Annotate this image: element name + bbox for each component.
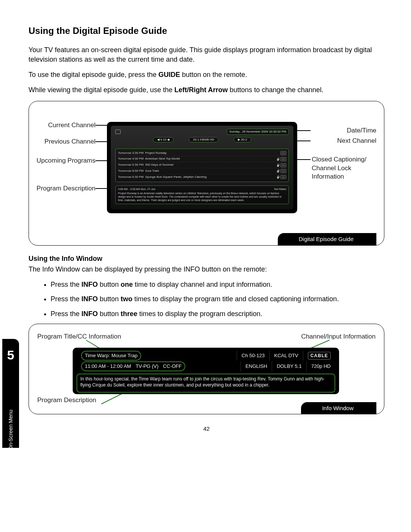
page-number: 42	[29, 425, 384, 433]
info-bullet-list: Press the INFO button one time to displa…	[51, 280, 384, 318]
callout-next-channel: Next Channel	[337, 137, 376, 145]
info-program-title: Time Warp: Mouse Trap	[81, 351, 141, 361]
info-audio: DOLBY 5.1	[272, 361, 307, 371]
guide-current-channel: 20-1 KBWB HD	[189, 137, 218, 143]
callout-title-cc: Program Title/CC Information	[37, 332, 121, 341]
intro-paragraph-3: While viewing the digital episode guide,…	[29, 85, 384, 94]
callout-channel-input: Channel/Input Information	[301, 332, 376, 341]
figure-episode-guide: Current Channel Previous Channel Upcomin…	[29, 101, 384, 246]
list-item: Tomorrow 4:30 PM American Next Top Model…	[118, 156, 286, 162]
callout-date-time: Date/Time	[347, 126, 376, 135]
intro-paragraph-2: To use the digital episode guide, press …	[29, 70, 384, 79]
callout-previous-channel: Previous Channel	[37, 137, 96, 146]
guide-datetime: Sunday , 28 November 2009 10:30:32 PM	[227, 129, 289, 135]
info-time: 11:00 AM - 12:00 AM	[85, 363, 131, 370]
list-item: Tomorrow 5:30 PM 500 Days of Summer CC	[118, 162, 286, 168]
info-intro: The Info Window can be displayed by pres…	[29, 265, 384, 274]
list-item: Press the INFO button two times to displ…	[51, 294, 384, 304]
info-description: In this hour-long special, the Time Warp…	[76, 374, 335, 393]
list-item: Press the INFO button one time to displa…	[51, 280, 384, 289]
guide-prev-channel: ◀ 4-10 ◀	[153, 137, 174, 143]
subheading-info-window: Using the Info Window	[29, 254, 384, 263]
callout-upcoming-programs: Upcoming Programs	[37, 157, 96, 165]
info-cc: CC-OFF	[163, 363, 182, 370]
list-item: Tomorrow 8:00 PM Soul Train CC	[118, 168, 286, 174]
guide-upcoming-list: Tomorrow 3:30 PM Project Runway CC Tomor…	[115, 149, 289, 182]
guide-channel-row: ◀ 4-10 ◀ 20-1 KBWB HD ▶ 20-2	[111, 137, 293, 143]
page-title: Using the Digital Episode Guide	[29, 25, 384, 37]
guide-description-box: 3:00 AM - 3:30 AM Mon. 27-Jun Not Rated …	[115, 185, 289, 204]
list-item: Press the INFO button three times to dis…	[51, 309, 384, 318]
info-resolution: 720p HD	[307, 361, 335, 371]
figure-caption: Info Window	[301, 402, 376, 414]
list-item: Tomorrow 3:30 PM Project Runway CC	[118, 150, 286, 157]
figure-caption: Digital Episode Guide	[278, 233, 376, 245]
info-window-mockup: Time Warp: Mouse Trap Ch 50-123 KCAL DTV…	[73, 348, 339, 394]
lock-icon	[277, 169, 279, 173]
callout-program-description: Program Description	[37, 184, 96, 193]
lock-icon	[277, 164, 279, 167]
info-channel: Ch 50-123	[237, 351, 270, 361]
callout-cc-lock-info: Closed Captioning/ Channel Lock Informat…	[312, 155, 376, 182]
info-language: ENGLISH	[241, 361, 272, 371]
callout-current-channel: Current Channel	[37, 121, 96, 130]
tv-icon	[115, 129, 121, 134]
guide-next-channel: ▶ 20-2	[234, 137, 251, 143]
callout-program-description-2: Program Description	[37, 396, 96, 405]
info-rating: TV-PG (V)	[135, 363, 158, 370]
figure-info-window: Program Title/CC Information Channel/Inp…	[29, 324, 384, 414]
guide-tv-mockup: Sunday , 28 November 2009 10:30:32 PM ◀ …	[107, 122, 297, 213]
lock-icon	[277, 158, 279, 161]
lock-icon	[277, 176, 279, 179]
list-item: Tomorrow 8:30 PM Sponge Bob Square Pants…	[118, 174, 286, 180]
info-callsign: KCAL DTV	[270, 351, 303, 361]
info-input: CABLE	[308, 352, 331, 359]
intro-paragraph-1: Your TV features an on-screen digital ep…	[29, 45, 384, 64]
